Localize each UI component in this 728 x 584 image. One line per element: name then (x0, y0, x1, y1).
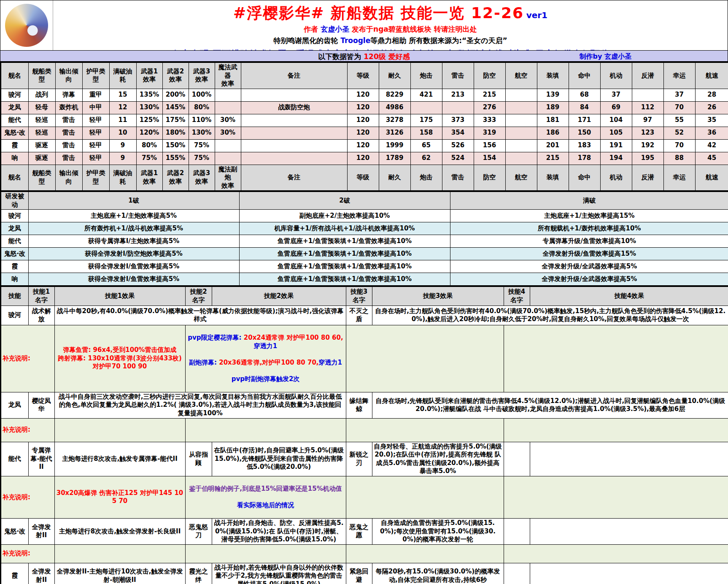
stat-cell (505, 139, 537, 152)
stat-cell: 70 (663, 139, 695, 152)
skill-effect-empty-cell (530, 563, 728, 584)
logo-image (5, 4, 48, 47)
text-segment: 作者 (304, 25, 321, 33)
stats-col-header: 舰船类型 (28, 165, 55, 191)
note-line: pvp限定樱花弹幕: 20x24通常弹 对护甲100 80 60,穿透力1 (187, 334, 345, 350)
skills-col-header: 技能3效果 (372, 287, 504, 306)
stat-cell: 轻甲 (82, 139, 109, 152)
stat-cell: 180% (162, 127, 189, 139)
stat-cell: 421 (410, 89, 442, 101)
stat-cell (215, 152, 241, 165)
skills-col-header: 技能1 名字 (28, 287, 54, 306)
stat-cell: 145% (162, 101, 189, 114)
ship-name-cell: 骏河 (1, 210, 28, 222)
stat-cell: 120 (347, 139, 379, 152)
stat-cell: 178 (569, 152, 600, 165)
skill-row-xia: 霞 全弹发射II 全弹发射II-主炮每进行10次攻击,触发全弹发射-朝潮级II … (1, 563, 728, 584)
research-row: 骏河 主炮底座+1/主炮效率提高5% 副炮底座+2/主炮效率提高10% 主炮底座… (1, 210, 728, 222)
research-row: 响 获得全弹发射I/鱼雷效率提高5% 鱼雷底座+1/鱼雷预装填+1/鱼雷效率提高… (1, 273, 728, 286)
skill-name-cell: 紧急回避 (346, 563, 372, 584)
stats-col-header: 满破油耗 (109, 62, 136, 89)
stats-col-header: 雷击 (442, 62, 474, 89)
stats-col-header: 备注 (241, 165, 347, 191)
stats-col-header: 命中 (569, 165, 600, 191)
research-break2-cell: 副炮底座+2/主炮效率提高10% (239, 210, 450, 222)
research-row: 能代 获得专属弹幕I/主炮效率提高5% 鱼雷底座+1/鱼雷预装填+1/鱼雷效率提… (1, 235, 728, 248)
ship-name-cell: 霞 (1, 139, 28, 152)
stats-col-header: 炮击 (410, 62, 442, 89)
note-row-longfeng: 补充说明: (1, 418, 728, 442)
skill-name-empty-cell (504, 563, 530, 584)
note-label: 补充说明: (1, 325, 54, 392)
version-label: ver1 (526, 10, 547, 20)
note-text: 30x20高爆弹 伤害补正125 对护甲145 105 70 (56, 489, 184, 506)
note-empty-cell (504, 325, 728, 392)
remark-cell (241, 114, 347, 127)
skill-effect-cell: 战斗中自身前三次发动空袭时,三秒内进行三次回复,每次回复目标为当前我方水面舰队耐… (54, 392, 346, 418)
ship-stats-row: 响 驱逐 雷击 轻甲 9 75% 155% 75% 120 1789 62 52… (1, 152, 728, 165)
stat-cell: 125% (136, 114, 162, 127)
note-empty-cell (54, 544, 185, 563)
research-break1-cell: 获得全弹发射I/鱼雷效率提高5% (28, 260, 239, 273)
stat-cell: 65 (410, 139, 442, 152)
stat-cell: 轻巡 (28, 114, 55, 127)
stat-cell: 104 (600, 114, 632, 127)
stats-col-header: 反潜 (632, 165, 663, 191)
stat-cell: 轻甲 (82, 127, 109, 139)
stat-cell: 175 (410, 114, 442, 127)
stats-col-header: 耐久 (379, 62, 410, 89)
stat-cell: 雷击 (55, 114, 82, 127)
research-body: 骏河 主炮底座+1/主炮效率提高5% 副炮底座+2/主炮效率提高10% 主炮底座… (1, 210, 728, 286)
stat-cell: 28 (695, 89, 728, 101)
page-title: #浮樱影华# 新船数据 技能一览 12-26 (233, 4, 524, 22)
research-break2-cell: 机库容量+1/所有战斗机+1/战斗机效率提高10% (239, 222, 450, 235)
ship-name-cell: 龙凤 (1, 222, 28, 235)
skill-name-cell: 樱绽凤华 (28, 392, 54, 418)
stat-cell: 10 (109, 127, 136, 139)
stats-col-header: 航速 (695, 62, 728, 89)
stat-cell (505, 101, 537, 114)
stat-cell: 75% (136, 152, 162, 165)
research-break1-cell: 获得专属弹幕I/主炮效率提高5% (28, 235, 239, 248)
author-line: 作者 玄虚小圣 发布于nga碧蓝航线板块 转请注明出处 (53, 24, 728, 34)
skill-effect-cell: 主炮每进行8次攻击,触发全弹发射-长良级II (54, 519, 185, 545)
stats-col-header: 航空 (505, 62, 537, 89)
skill-name-cell: 霞光之绊 (185, 563, 212, 584)
note-cell: 弹幕鱼雷: 96x4,受到100%雷击值加成 跨射弹幕: 130x10通常弹(3… (54, 325, 185, 392)
text-segment: 发布于nga碧蓝航线板块 转请注明出处 (349, 25, 477, 33)
skill-name-cell: 恶鬼怒刀 (185, 519, 212, 545)
stat-cell: 雷击 (55, 152, 82, 165)
stat-cell: 120 (347, 127, 379, 139)
stat-cell: 181 (537, 114, 569, 127)
stat-cell: 373 (442, 114, 474, 127)
note-cell: 鉴于伯明翰的例子,到底是15%回避率还是15%机动值 看实际落地后的情况 (185, 476, 346, 519)
stat-cell: 30% (215, 114, 241, 127)
note-empty-cell (185, 418, 346, 442)
stat-cell: 驱逐 (28, 152, 55, 165)
note-empty-cell (54, 418, 185, 442)
research-break1-cell: 主炮底座+1/主炮效率提高5% (28, 210, 239, 222)
stat-cell: 36 (695, 127, 728, 139)
stats-col-header: 武器2 效率 (162, 165, 189, 191)
stats-col-header: 装填 (537, 62, 569, 89)
stat-cell: 37 (600, 89, 632, 101)
research-break3-cell: 所有舰载机+1/轰炸机效率提高10% (450, 222, 728, 235)
stat-cell: 130% (189, 127, 215, 139)
stat-cell: 11 (109, 114, 136, 127)
stats-col-header: 输出倾向 (55, 62, 82, 89)
ship-name-cell: 霞 (1, 563, 28, 584)
stat-cell: 130% (136, 101, 162, 114)
stat-cell: 120 (347, 89, 379, 101)
stat-cell: 135% (136, 89, 162, 101)
stat-cell: 雷击 (55, 127, 82, 139)
note-row-guinu: 补充说明: (1, 544, 728, 563)
note-line: 副炮弹幕: 20x36通常弹,对护甲100 80 70,穿透力1 (187, 359, 345, 367)
note-cell: pvp限定樱花弹幕: 20x24通常弹 对护甲100 80 60,穿透力1 副炮… (185, 325, 346, 392)
stat-cell (215, 101, 241, 114)
stat-cell (410, 101, 442, 114)
stat-cell: 3278 (379, 114, 410, 127)
stat-cell: 80% (189, 101, 215, 114)
research-break1-cell: 所有轰炸机+1/战斗机效率提高5% (28, 222, 239, 235)
stat-cell: 雷击 (55, 139, 82, 152)
stat-cell: 171 (569, 114, 600, 127)
